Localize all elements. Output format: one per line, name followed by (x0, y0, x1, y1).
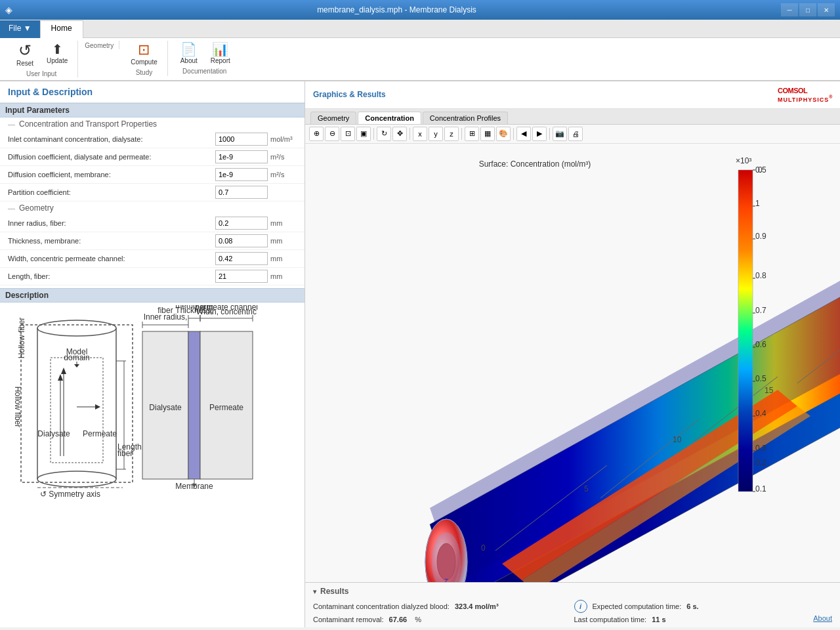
close-button[interactable]: ✕ (818, 3, 835, 16)
svg-marker-26 (74, 364, 79, 368)
svg-text:Permeate: Permeate (209, 403, 243, 412)
documentation-buttons: 📄 About 📊 Report (175, 41, 235, 66)
svg-text:fiber: fiber (117, 449, 133, 458)
result-removal-label: Contaminant removal: (313, 616, 384, 623)
param-inlet-concentration-input[interactable] (215, 133, 268, 146)
next-button[interactable]: ▶ (532, 127, 547, 141)
axis-x-button[interactable]: x (413, 127, 427, 141)
param-diffusion-dialysate-input[interactable] (215, 150, 268, 163)
toolbar-sep-4 (513, 128, 514, 140)
param-partition-input[interactable] (215, 186, 268, 199)
zoom-in-button[interactable]: ⊕ (309, 127, 324, 141)
param-thickness-membrane: Thickness, membrane: mm (0, 232, 304, 250)
graphics-toolbar: ⊕ ⊖ ⊡ ▣ ↻ ✥ x y z ⊞ ▦ 🎨 ◀ ▶ 📷 🖨 (305, 125, 840, 144)
zoom-out-button[interactable]: ⊖ (325, 127, 339, 141)
ribbon-group-documentation: 📄 About 📊 Report Documentation (169, 41, 240, 75)
results-header[interactable]: Results (313, 587, 832, 596)
zoom-box-button[interactable]: ▣ (356, 127, 371, 141)
reset-icon: ↺ (18, 43, 32, 58)
param-width-permeate-input[interactable] (215, 252, 268, 265)
result-computation-time-value: 6 s. (686, 602, 698, 610)
report-label: Report (211, 57, 230, 64)
toggle-button[interactable]: ▦ (480, 127, 495, 141)
geometry-subsection-header: Geometry (0, 201, 304, 215)
ribbon-group-userinput: ↺ Reset ⬆ Update User Input (5, 41, 78, 77)
description-label: Description (5, 291, 49, 300)
about-button[interactable]: 📄 About (175, 41, 203, 66)
svg-rect-75 (738, 170, 753, 492)
tab-concentration[interactable]: Concentration (358, 112, 421, 124)
param-thickness-membrane-input[interactable] (215, 234, 268, 247)
param-inlet-concentration-unit: mol/m³ (270, 135, 297, 143)
ribbon-content: ↺ Reset ⬆ Update User Input Geometry ⊡ C… (0, 38, 840, 81)
svg-text:↺ Symmetry axis: ↺ Symmetry axis (40, 490, 100, 499)
axis-y-button[interactable]: y (429, 127, 443, 141)
ribbon-tabs: File ▼ Home (0, 20, 840, 38)
right-panel: Graphics & Results COMSOLMULTIPHYSICS® G… (305, 81, 840, 627)
title-bar: ◈ membrane_dialysis.mph - Membrane Dialy… (0, 0, 840, 20)
result-concentration-label: Contaminant concentration dialyzed blood… (313, 602, 450, 610)
userinput-group-label: User Input (26, 70, 56, 77)
prev-button[interactable]: ◀ (516, 127, 531, 141)
pan-button[interactable]: ✥ (392, 127, 407, 141)
svg-text:0.6: 0.6 (755, 340, 766, 349)
surface-label-text: Surface: Concentration (mol/m³) (479, 159, 591, 169)
tab-concentration-profiles[interactable]: Concentration Profiles (423, 112, 508, 124)
param-length-fiber: Length, fiber: mm (0, 268, 304, 285)
graphics-title-bar: Graphics & Results COMSOLMULTIPHYSICS® (305, 81, 840, 109)
zoom-extents-button[interactable]: ⊡ (341, 127, 355, 141)
results-panel: Results Contaminant concentration dialyz… (305, 582, 840, 627)
print-button[interactable]: 🖨 (568, 127, 583, 141)
geometry-group-label: Geometry (85, 42, 114, 49)
screenshot-button[interactable]: 📷 (553, 127, 567, 141)
rotate-button[interactable]: ↻ (377, 127, 391, 141)
geometry-subsection-label: Geometry (19, 203, 54, 213)
compute-button[interactable]: ⊡ Compute (126, 41, 162, 68)
color-button[interactable]: 🎨 (496, 127, 511, 141)
app-icon: ◈ (5, 5, 12, 15)
update-button[interactable]: ⬆ Update (42, 41, 72, 69)
tab-geometry[interactable]: Geometry (310, 112, 356, 124)
svg-rect-7 (51, 358, 103, 463)
param-diffusion-membrane-input[interactable] (215, 168, 268, 181)
param-width-permeate-label: Width, concentric permeate channel: (8, 255, 215, 262)
svg-text:0.4: 0.4 (755, 409, 766, 418)
param-inner-radius-input[interactable] (215, 217, 268, 230)
svg-text:1: 1 (755, 199, 760, 208)
graphics-tabs: Geometry Concentration Concentration Pro… (305, 109, 840, 125)
param-inlet-concentration: Inlet contaminant concentration, dialysa… (0, 131, 304, 148)
home-tab[interactable]: Home (40, 20, 83, 38)
reset-button[interactable]: ↺ Reset (10, 41, 39, 69)
svg-text:Hollow fiber: Hollow fiber (17, 318, 26, 359)
graphics-title-text: Graphics & Results (313, 90, 386, 99)
svg-text:Dialysate: Dialysate (37, 429, 70, 438)
file-menu-tab[interactable]: File ▼ (0, 20, 40, 38)
update-label: Update (47, 57, 68, 64)
param-length-fiber-input[interactable] (215, 270, 268, 283)
maximize-button[interactable]: □ (799, 3, 816, 16)
comsol-logo: COMSOLMULTIPHYSICS® (778, 87, 832, 103)
svg-text:0.3: 0.3 (755, 444, 766, 453)
svg-text:Dialysate: Dialysate (149, 403, 182, 412)
grid-button[interactable]: ⊞ (465, 127, 479, 141)
svg-text:0.5: 0.5 (755, 165, 766, 175)
svg-text:5: 5 (584, 484, 589, 494)
toolbar-sep-1 (373, 128, 374, 140)
about-link[interactable]: About (813, 614, 832, 622)
left-panel-title: Input & Description (0, 81, 304, 103)
minimize-button[interactable]: ─ (781, 3, 798, 16)
param-length-fiber-unit: mm (270, 272, 297, 280)
result-removal-unit: % (415, 616, 421, 623)
param-diffusion-dialysate-unit: m²/s (270, 153, 297, 161)
compute-icon: ⊡ (138, 43, 150, 57)
axis-z-button[interactable]: z (444, 127, 459, 141)
ribbon-group-geometry: Geometry (79, 41, 119, 49)
result-last-computation-row: Last computation time: 11 s (574, 616, 833, 623)
svg-text:0.2: 0.2 (755, 458, 766, 467)
toolbar-sep-2 (410, 128, 410, 140)
report-button[interactable]: 📊 Report (206, 41, 235, 66)
param-diffusion-membrane-unit: m²/s (270, 171, 297, 178)
results-grid: Contaminant concentration dialyzed blood… (313, 600, 832, 623)
ribbon-group-study: ⊡ Compute Study (121, 41, 168, 76)
update-icon: ⬆ (52, 43, 63, 56)
